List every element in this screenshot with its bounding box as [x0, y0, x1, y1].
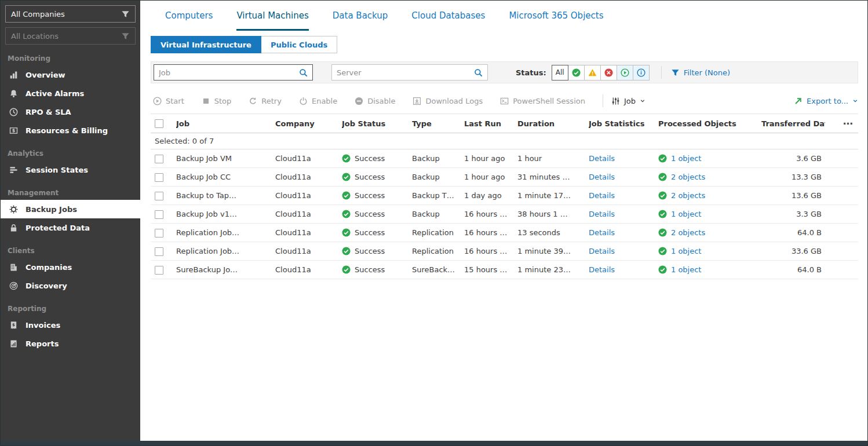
table-header: JobCompanyJob StatusTypeLast RunDuration… — [151, 114, 858, 133]
job-type: SureBack… — [412, 265, 464, 274]
status-filter-running[interactable] — [617, 65, 633, 81]
processed-objects-link[interactable]: 2 objects — [671, 228, 705, 237]
subtab-public-clouds[interactable]: Public Clouds — [261, 36, 337, 53]
transferred-data: 33.6 GB — [761, 247, 825, 255]
processed-objects-link[interactable]: 2 objects — [671, 191, 705, 200]
search-icon[interactable] — [474, 68, 483, 77]
processed-objects-link[interactable]: 2 objects — [671, 173, 705, 181]
status-filter-warning[interactable] — [584, 65, 601, 81]
duration: 1 minute 23… — [517, 265, 589, 274]
column-header-type[interactable]: Type — [412, 119, 464, 128]
processed-objects-link[interactable]: 1 object — [671, 247, 701, 255]
subtab-virtual-infrastructure[interactable]: Virtual Infrastructure — [151, 36, 261, 53]
status-filter-success[interactable] — [568, 65, 585, 81]
select-all-checkbox[interactable] — [155, 119, 163, 128]
server-search-input[interactable] — [332, 68, 474, 77]
processed-objects-link[interactable]: 1 object — [671, 154, 701, 163]
funnel-icon — [121, 10, 130, 19]
row-checkbox[interactable] — [155, 192, 163, 200]
enable-icon — [299, 97, 308, 105]
details-link[interactable]: Details — [589, 191, 615, 200]
details-link[interactable]: Details — [589, 210, 615, 218]
sidebar-item-session-states[interactable]: Session States — [1, 160, 140, 179]
column-header-company[interactable]: Company — [275, 119, 342, 128]
sidebar-item-overview[interactable]: Overview — [1, 65, 140, 84]
toolbar-disable-button[interactable]: Disable — [355, 97, 395, 105]
details-link[interactable]: Details — [589, 247, 615, 255]
check-circle-icon — [658, 265, 667, 274]
reports-icon — [9, 339, 18, 348]
divider — [603, 94, 603, 107]
duration: 1 minute 17… — [517, 191, 589, 200]
column-header-job-statistics[interactable]: Job Statistics — [589, 119, 658, 128]
column-header-processed-objects[interactable]: Processed Objects — [658, 119, 761, 128]
job-status-label: Success — [355, 247, 385, 255]
status-filter-error[interactable] — [600, 65, 617, 81]
job-columns-dropdown[interactable]: Job — [611, 97, 645, 105]
details-link[interactable]: Details — [589, 228, 615, 237]
svg-text:$: $ — [12, 128, 16, 133]
status-filter-info[interactable] — [633, 65, 650, 81]
sidebar-item-companies[interactable]: Companies — [1, 258, 140, 276]
tab-computers[interactable]: Computers — [165, 1, 213, 31]
column-menu-button[interactable]: ⋯ — [825, 118, 858, 129]
column-header-duration[interactable]: Duration — [517, 119, 589, 128]
job-status: Success — [342, 191, 412, 200]
details-link[interactable]: Details — [589, 265, 615, 274]
details-link[interactable]: Details — [589, 173, 615, 181]
processed-objects-link[interactable]: 1 object — [671, 210, 701, 218]
sidebar-item-label: Active Alarms — [25, 89, 84, 98]
export-icon — [794, 97, 803, 105]
toolbar-button-label: Disable — [367, 97, 395, 105]
status-filter-all[interactable]: All — [552, 65, 568, 81]
job-name: Backup Job CC — [176, 173, 275, 181]
toolbar-button-label: PowerShell Session — [513, 97, 585, 105]
company-name: Cloud11a — [275, 265, 342, 274]
filter-none-link[interactable]: Filter (None) — [671, 68, 730, 77]
row-checkbox[interactable] — [155, 173, 163, 182]
processed-objects-link[interactable]: 1 object — [671, 265, 701, 274]
export-button[interactable]: Export to... — [794, 97, 858, 105]
sidebar-item-discovery[interactable]: Discovery — [1, 276, 140, 295]
row-checkbox[interactable] — [155, 210, 163, 219]
sidebar-item-resources-billing[interactable]: $Resources & Billing — [1, 121, 140, 140]
row-checkbox[interactable] — [155, 266, 163, 275]
location-filter-dropdown[interactable]: All Locations — [5, 27, 136, 45]
company-filter-dropdown[interactable]: All Companies — [5, 5, 136, 23]
sidebar-item-invoices[interactable]: $Invoices — [1, 316, 140, 334]
toolbar-start-button[interactable]: Start — [153, 97, 184, 105]
sessions-icon — [9, 166, 18, 174]
column-header-last-run[interactable]: Last Run — [464, 119, 517, 128]
toolbar-retry-button[interactable]: Retry — [249, 97, 282, 105]
sidebar-section-management: Management — [1, 189, 140, 197]
sidebar-item-active-alarms[interactable]: Active Alarms — [1, 84, 140, 103]
transferred-data: 13.3 GB — [761, 173, 825, 181]
column-header-transferred-data[interactable]: Transferred Data — [761, 119, 825, 128]
column-header-job[interactable]: Job — [176, 119, 275, 128]
check-circle-icon — [658, 154, 667, 163]
duration: 13 seconds — [517, 228, 589, 237]
tab-data-backup[interactable]: Data Backup — [333, 1, 388, 31]
search-icon[interactable] — [299, 68, 308, 77]
row-checkbox[interactable] — [155, 155, 163, 163]
sidebar-item-label: Reports — [25, 339, 59, 348]
row-checkbox[interactable] — [155, 229, 163, 237]
column-header-job-status[interactable]: Job Status — [342, 119, 412, 128]
tab-microsoft-365-objects[interactable]: Microsoft 365 Objects — [509, 1, 603, 31]
company-name: Cloud11a — [275, 173, 342, 181]
job-search-input[interactable] — [154, 68, 299, 77]
sidebar-item-reports[interactable]: Reports — [1, 334, 140, 353]
tab-virtual-machines[interactable]: Virtual Machines — [236, 1, 308, 31]
details-link[interactable]: Details — [589, 154, 615, 163]
sidebar-item-backup-jobs[interactable]: Backup Jobs — [1, 200, 140, 218]
row-checkbox[interactable] — [155, 247, 163, 256]
tab-cloud-databases[interactable]: Cloud Databases — [411, 1, 485, 31]
toolbar-stop-button[interactable]: Stop — [202, 97, 232, 105]
toolbar-enable-button[interactable]: Enable — [299, 97, 337, 105]
sidebar-item-protected-data[interactable]: Protected Data — [1, 218, 140, 237]
sidebar-item-rpo-sla[interactable]: RPO & SLA — [1, 103, 140, 121]
toolbar-download-logs-button[interactable]: Download Logs — [413, 97, 483, 105]
table-row: Replication Job…Cloud11aSuccessReplicati… — [151, 242, 858, 261]
toolbar-powershell-session-button[interactable]: PowerShell Session — [500, 97, 585, 105]
powershell-icon — [500, 97, 509, 105]
